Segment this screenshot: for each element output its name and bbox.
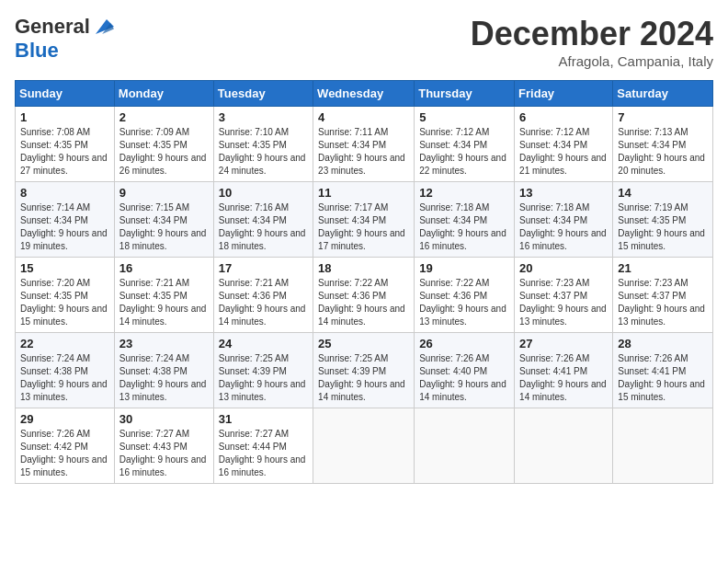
calendar-table: SundayMondayTuesdayWednesdayThursdayFrid… xyxy=(15,80,713,484)
calendar-week-row: 22Sunrise: 7:24 AMSunset: 4:38 PMDayligh… xyxy=(16,333,713,408)
weekday-header-saturday: Saturday xyxy=(613,81,713,107)
calendar-cell xyxy=(313,408,415,484)
calendar-cell xyxy=(613,408,713,484)
day-info: Sunrise: 7:23 AMSunset: 4:37 PMDaylight:… xyxy=(618,277,708,328)
calendar-week-row: 29Sunrise: 7:26 AMSunset: 4:42 PMDayligh… xyxy=(16,408,713,484)
day-number: 20 xyxy=(519,261,608,275)
day-number: 12 xyxy=(419,186,509,200)
calendar-cell: 11Sunrise: 7:17 AMSunset: 4:34 PMDayligh… xyxy=(313,182,415,258)
day-info: Sunrise: 7:26 AMSunset: 4:40 PMDaylight:… xyxy=(419,352,509,404)
calendar-cell: 26Sunrise: 7:26 AMSunset: 4:40 PMDayligh… xyxy=(415,333,515,408)
day-info: Sunrise: 7:26 AMSunset: 4:42 PMDaylight:… xyxy=(20,428,109,479)
calendar-cell: 19Sunrise: 7:22 AMSunset: 4:36 PMDayligh… xyxy=(415,258,515,333)
day-number: 14 xyxy=(618,186,708,200)
day-info: Sunrise: 7:15 AMSunset: 4:34 PMDaylight:… xyxy=(119,201,209,253)
calendar-cell xyxy=(415,408,515,484)
day-info: Sunrise: 7:26 AMSunset: 4:41 PMDaylight:… xyxy=(618,352,708,404)
day-info: Sunrise: 7:16 AMSunset: 4:34 PMDaylight:… xyxy=(219,201,308,253)
day-number: 8 xyxy=(20,186,109,200)
calendar-cell: 14Sunrise: 7:19 AMSunset: 4:35 PMDayligh… xyxy=(613,182,713,258)
weekday-header-wednesday: Wednesday xyxy=(313,81,415,107)
calendar-cell: 4Sunrise: 7:11 AMSunset: 4:34 PMDaylight… xyxy=(313,107,415,182)
day-number: 10 xyxy=(219,186,308,200)
calendar-cell: 2Sunrise: 7:09 AMSunset: 4:35 PMDaylight… xyxy=(114,107,213,182)
day-info: Sunrise: 7:11 AMSunset: 4:34 PMDaylight:… xyxy=(318,126,409,178)
weekday-header-sunday: Sunday xyxy=(16,81,115,107)
day-info: Sunrise: 7:12 AMSunset: 4:34 PMDaylight:… xyxy=(419,126,509,178)
calendar-cell: 16Sunrise: 7:21 AMSunset: 4:35 PMDayligh… xyxy=(114,258,213,333)
calendar-cell: 25Sunrise: 7:25 AMSunset: 4:39 PMDayligh… xyxy=(313,333,415,408)
calendar-cell: 22Sunrise: 7:24 AMSunset: 4:38 PMDayligh… xyxy=(16,333,115,408)
day-info: Sunrise: 7:25 AMSunset: 4:39 PMDaylight:… xyxy=(219,352,308,404)
day-number: 9 xyxy=(119,186,209,200)
weekday-header-row: SundayMondayTuesdayWednesdayThursdayFrid… xyxy=(16,81,713,107)
day-info: Sunrise: 7:10 AMSunset: 4:35 PMDaylight:… xyxy=(219,126,308,178)
day-number: 28 xyxy=(618,337,708,350)
day-info: Sunrise: 7:20 AMSunset: 4:35 PMDaylight:… xyxy=(20,277,109,328)
calendar-cell: 20Sunrise: 7:23 AMSunset: 4:37 PMDayligh… xyxy=(515,258,613,333)
day-info: Sunrise: 7:24 AMSunset: 4:38 PMDaylight:… xyxy=(119,352,209,404)
day-info: Sunrise: 7:25 AMSunset: 4:39 PMDaylight:… xyxy=(318,352,409,404)
title-area: December 2024 Afragola, Campania, Italy xyxy=(471,15,713,69)
calendar-header: SundayMondayTuesdayWednesdayThursdayFrid… xyxy=(16,81,713,107)
logo-general-text: General xyxy=(15,15,90,39)
calendar-cell: 10Sunrise: 7:16 AMSunset: 4:34 PMDayligh… xyxy=(213,182,313,258)
calendar-cell: 29Sunrise: 7:26 AMSunset: 4:42 PMDayligh… xyxy=(16,408,115,484)
logo-icon xyxy=(92,16,114,38)
day-info: Sunrise: 7:27 AMSunset: 4:44 PMDaylight:… xyxy=(219,428,308,479)
calendar-cell: 3Sunrise: 7:10 AMSunset: 4:35 PMDaylight… xyxy=(213,107,313,182)
day-number: 13 xyxy=(519,186,608,200)
day-info: Sunrise: 7:26 AMSunset: 4:41 PMDaylight:… xyxy=(519,352,608,404)
month-title: December 2024 xyxy=(471,15,713,53)
day-info: Sunrise: 7:21 AMSunset: 4:35 PMDaylight:… xyxy=(119,277,209,328)
calendar-cell xyxy=(515,408,613,484)
day-number: 29 xyxy=(20,412,109,426)
calendar-cell: 17Sunrise: 7:21 AMSunset: 4:36 PMDayligh… xyxy=(213,258,313,333)
calendar-cell: 5Sunrise: 7:12 AMSunset: 4:34 PMDaylight… xyxy=(415,107,515,182)
day-info: Sunrise: 7:08 AMSunset: 4:35 PMDaylight:… xyxy=(20,126,109,178)
day-info: Sunrise: 7:22 AMSunset: 4:36 PMDaylight:… xyxy=(419,277,509,328)
calendar-cell: 24Sunrise: 7:25 AMSunset: 4:39 PMDayligh… xyxy=(213,333,313,408)
calendar-cell: 31Sunrise: 7:27 AMSunset: 4:44 PMDayligh… xyxy=(213,408,313,484)
day-number: 11 xyxy=(318,186,409,200)
day-number: 3 xyxy=(219,110,308,124)
calendar-week-row: 1Sunrise: 7:08 AMSunset: 4:35 PMDaylight… xyxy=(16,107,713,182)
day-number: 5 xyxy=(419,110,509,124)
day-number: 1 xyxy=(20,110,109,124)
day-number: 26 xyxy=(419,337,509,350)
calendar-cell: 30Sunrise: 7:27 AMSunset: 4:43 PMDayligh… xyxy=(114,408,213,484)
logo: General Blue xyxy=(15,15,114,63)
day-info: Sunrise: 7:23 AMSunset: 4:37 PMDaylight:… xyxy=(519,277,608,328)
day-info: Sunrise: 7:18 AMSunset: 4:34 PMDaylight:… xyxy=(519,201,608,253)
calendar-cell: 28Sunrise: 7:26 AMSunset: 4:41 PMDayligh… xyxy=(613,333,713,408)
day-info: Sunrise: 7:09 AMSunset: 4:35 PMDaylight:… xyxy=(119,126,209,178)
day-number: 2 xyxy=(119,110,209,124)
day-info: Sunrise: 7:22 AMSunset: 4:36 PMDaylight:… xyxy=(318,277,409,328)
calendar-cell: 12Sunrise: 7:18 AMSunset: 4:34 PMDayligh… xyxy=(415,182,515,258)
weekday-header-monday: Monday xyxy=(114,81,213,107)
calendar-cell: 7Sunrise: 7:13 AMSunset: 4:34 PMDaylight… xyxy=(613,107,713,182)
day-number: 25 xyxy=(318,337,409,350)
day-info: Sunrise: 7:19 AMSunset: 4:35 PMDaylight:… xyxy=(618,201,708,253)
calendar-cell: 21Sunrise: 7:23 AMSunset: 4:37 PMDayligh… xyxy=(613,258,713,333)
day-info: Sunrise: 7:17 AMSunset: 4:34 PMDaylight:… xyxy=(318,201,409,253)
day-number: 19 xyxy=(419,261,509,275)
calendar-cell: 8Sunrise: 7:14 AMSunset: 4:34 PMDaylight… xyxy=(16,182,115,258)
day-number: 24 xyxy=(219,337,308,350)
day-info: Sunrise: 7:12 AMSunset: 4:34 PMDaylight:… xyxy=(519,126,608,178)
calendar-cell: 9Sunrise: 7:15 AMSunset: 4:34 PMDaylight… xyxy=(114,182,213,258)
calendar-cell: 6Sunrise: 7:12 AMSunset: 4:34 PMDaylight… xyxy=(515,107,613,182)
day-info: Sunrise: 7:27 AMSunset: 4:43 PMDaylight:… xyxy=(119,428,209,479)
day-number: 23 xyxy=(119,337,209,350)
day-info: Sunrise: 7:14 AMSunset: 4:34 PMDaylight:… xyxy=(20,201,109,253)
calendar-cell: 27Sunrise: 7:26 AMSunset: 4:41 PMDayligh… xyxy=(515,333,613,408)
day-info: Sunrise: 7:13 AMSunset: 4:34 PMDaylight:… xyxy=(618,126,708,178)
calendar-body: 1Sunrise: 7:08 AMSunset: 4:35 PMDaylight… xyxy=(16,107,713,484)
day-info: Sunrise: 7:21 AMSunset: 4:36 PMDaylight:… xyxy=(219,277,308,328)
day-number: 7 xyxy=(618,110,708,124)
header: General Blue December 2024 Afragola, Cam… xyxy=(15,15,713,69)
calendar-cell: 1Sunrise: 7:08 AMSunset: 4:35 PMDaylight… xyxy=(16,107,115,182)
day-number: 27 xyxy=(519,337,608,350)
calendar-week-row: 8Sunrise: 7:14 AMSunset: 4:34 PMDaylight… xyxy=(16,182,713,258)
day-number: 18 xyxy=(318,261,409,275)
